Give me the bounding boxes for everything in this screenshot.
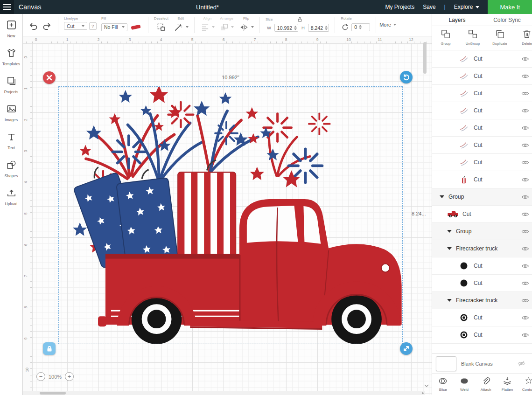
document-title[interactable]: Untitled* [196,4,219,11]
resize-handle[interactable] [400,342,413,355]
scroll-right-icon[interactable] [422,392,424,394]
slice-button[interactable]: Slice [432,376,454,395]
eye-icon[interactable] [521,176,529,184]
lock-handle[interactable] [43,342,56,355]
fill-color-swatch[interactable] [129,22,142,32]
horizontal-scrollbar[interactable] [23,391,425,395]
eye-icon[interactable] [521,245,529,253]
aspect-lock-icon[interactable] [297,16,303,22]
rotate-input[interactable]: 0 [351,23,370,31]
collapse-caret-icon[interactable] [447,247,452,250]
layer-row[interactable]: Cut [432,171,532,188]
attach-button[interactable]: Attach [475,376,497,395]
my-projects-link[interactable]: My Projects [385,4,415,10]
sidebar-item-projects[interactable]: Projects [0,76,22,94]
horizontal-scrollbar-thumb[interactable] [40,392,66,395]
more-menu[interactable]: More [379,22,396,28]
panel-collapse-chevron[interactable] [423,382,430,389]
sidebar-item-new[interactable]: New [0,20,22,38]
layer-row[interactable]: Cut [432,137,532,154]
sidebar-item-images[interactable]: Images [0,104,22,122]
layer-row[interactable]: Cut [432,154,532,171]
layer-row[interactable]: Cut [432,326,532,344]
contour-button[interactable]: Contour [518,376,532,395]
flip-button[interactable] [238,22,249,32]
blank-canvas-row[interactable]: Blank Canvas [432,353,532,374]
delete-handle[interactable] [43,71,56,84]
eye-off-icon[interactable] [518,360,525,367]
edit-wand-button[interactable] [173,22,184,32]
eye-icon[interactable] [521,314,529,322]
layer-row[interactable]: Cut [432,119,532,137]
blank-canvas-swatch[interactable] [436,356,456,371]
undo-button[interactable] [28,21,39,31]
eye-icon[interactable] [521,107,529,115]
save-link[interactable]: Save [423,4,435,10]
collapse-caret-icon[interactable] [440,195,444,198]
layer-row[interactable]: Group [432,223,532,240]
eye-icon[interactable] [521,124,529,132]
flatten-button[interactable]: Flatten [497,376,518,395]
eye-icon[interactable] [521,210,529,218]
collapse-caret-icon[interactable] [447,230,452,233]
arrange-button[interactable] [219,22,229,32]
layer-row[interactable]: Cut [432,257,532,275]
ungroup-layers-button[interactable]: UnGroup [459,29,486,50]
layer-row[interactable]: Cut [432,275,532,292]
sidebar-item-text[interactable]: Text [0,132,22,150]
delete-layers-button[interactable]: Delete [513,29,532,50]
width-stepper[interactable] [294,26,297,30]
menu-button[interactable] [0,0,14,14]
layer-row[interactable]: Firecracker truck [432,240,532,257]
eye-icon[interactable] [521,262,529,270]
sidebar-item-upload[interactable]: Upload [0,187,22,206]
eye-icon[interactable] [521,297,529,305]
eye-icon[interactable] [521,141,529,149]
eye-icon[interactable] [521,72,529,80]
sidebar-item-shapes[interactable]: Shapes [0,159,22,178]
tab-layers[interactable]: Layers [432,14,482,26]
eye-icon[interactable] [521,331,529,339]
height-stepper[interactable] [325,26,328,30]
width-input[interactable]: 10.992 [274,24,298,32]
eye-icon[interactable] [521,228,529,236]
linetype-help-button[interactable]: ? [89,22,97,30]
rotate-icon[interactable] [341,22,350,32]
height-input[interactable]: 8.242 [308,24,329,32]
rotate-handle[interactable] [400,71,413,83]
chevron-down-icon[interactable] [186,26,189,28]
sidebar-item-templates[interactable]: Templates [0,48,22,66]
tab-color-sync[interactable]: Color Sync [482,14,532,26]
deselect-button[interactable] [156,22,167,32]
eye-icon[interactable] [521,193,529,201]
layer-row[interactable]: Cut [432,68,532,85]
layer-row[interactable]: Cut [432,50,532,68]
make-it-button[interactable]: Make It [488,0,532,14]
redo-button[interactable] [41,21,52,31]
fill-select[interactable]: No Fill [101,23,127,31]
eye-icon[interactable] [521,159,529,166]
zoom-in-button[interactable]: + [65,372,74,381]
vertical-scrollbar-thumb[interactable] [423,42,427,74]
layer-row[interactable]: Cut [432,309,532,326]
canvas-grid[interactable]: 10.992" 8.24... [33,44,432,395]
weld-button[interactable]: Weld [454,376,475,395]
zoom-out-button[interactable]: − [36,372,45,381]
layer-row[interactable]: Cut [432,85,532,102]
layer-row[interactable]: Cut [432,206,532,223]
linetype-select[interactable]: Cut [64,22,87,30]
align-button[interactable] [200,22,210,32]
group-layers-button[interactable]: Group [432,29,459,50]
rotate-stepper[interactable] [359,25,362,29]
eye-icon[interactable] [521,279,529,287]
layer-row[interactable]: Firecracker truck [432,292,532,309]
collapse-caret-icon[interactable] [447,299,452,302]
eye-icon[interactable] [521,55,529,63]
eye-icon[interactable] [521,90,529,97]
duplicate-layers-button[interactable]: Duplicate [486,29,513,50]
selection-bounding-box[interactable] [58,86,403,344]
explore-menu[interactable]: Explore [454,4,480,10]
firecracker-truck-artwork[interactable] [59,87,402,344]
layer-row[interactable]: Cut [432,102,532,119]
layer-row[interactable]: Group [432,188,532,206]
